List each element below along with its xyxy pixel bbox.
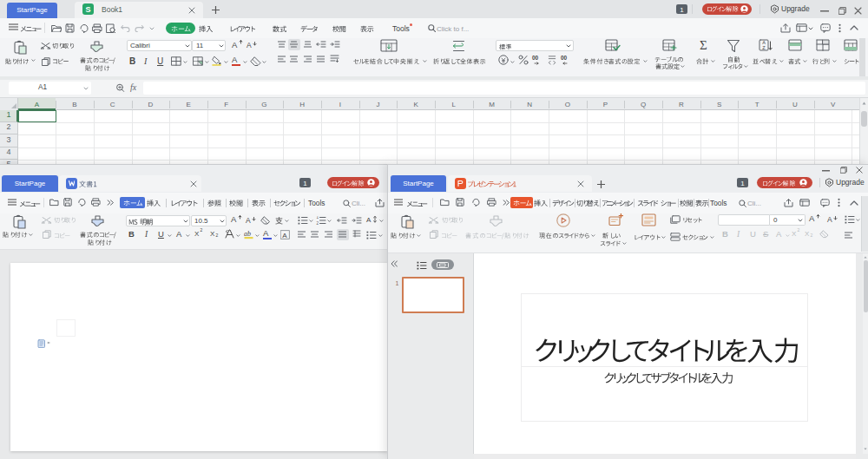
svg-text:2: 2 bbox=[317, 221, 319, 225]
svg-text:ab: ab bbox=[244, 230, 251, 238]
svg-text:1: 1 bbox=[317, 216, 319, 220]
svg-text:A: A bbox=[282, 231, 287, 239]
